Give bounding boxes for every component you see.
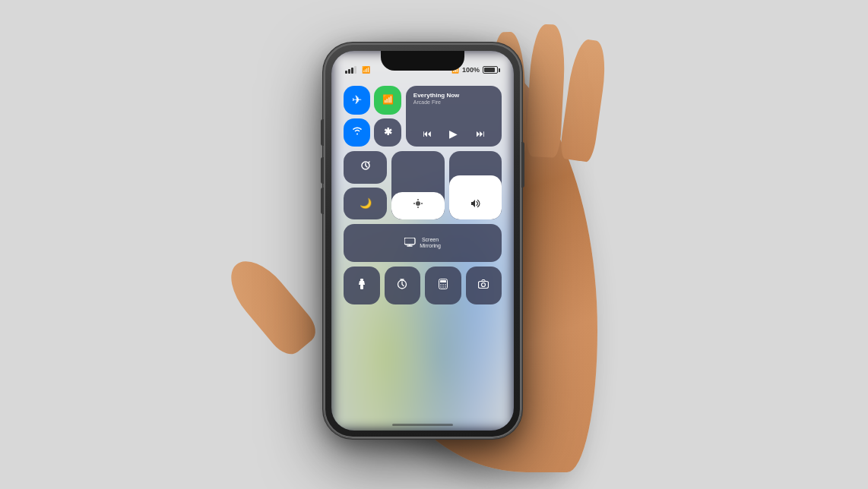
control-center: ✈ 📶 [339,81,506,393]
flashlight-icon [358,279,366,292]
phone-wrapper: 📶 📶 100% [324,43,521,438]
timer-button[interactable] [385,267,421,304]
svg-point-17 [442,284,444,286]
volume-icon [470,198,480,212]
row-screen-mirroring: ScreenMirroring [344,224,502,262]
finger-middle [525,24,566,158]
track-artist: Arcade Fire [413,99,494,105]
calculator-button[interactable] [425,267,461,304]
brightness-slider[interactable] [391,151,444,219]
signal-bar-1 [345,71,347,74]
svg-point-21 [445,286,446,288]
camera-icon [478,279,489,292]
battery-body [483,66,498,74]
status-left: 📶 [345,66,370,74]
svg-rect-22 [479,282,489,289]
svg-point-18 [445,284,446,286]
timer-icon [397,279,407,292]
bluetooth-button[interactable]: ✱ [374,118,401,147]
orientation-lock-icon [360,159,372,175]
do-not-disturb-button[interactable]: 🌙 [344,188,387,220]
brightness-icon [413,198,423,212]
home-indicator [392,424,453,426]
cellular-icon: 📶 [382,94,394,106]
airplane-icon: ✈ [352,93,362,107]
finger-index [559,38,610,163]
svg-point-19 [440,286,442,288]
svg-point-23 [482,283,486,287]
signal-bar-2 [348,69,350,74]
svg-point-20 [442,286,444,288]
battery-tip [499,68,500,72]
row-connectivity-nowplaying: ✈ 📶 [344,86,502,147]
svg-rect-15 [440,280,446,282]
wifi-icon-cc [352,126,363,138]
screen-mirroring-icon [404,236,417,250]
media-controls: ⏮ ▶ ⏭ [413,128,494,140]
row-middle: 🌙 [344,151,502,219]
wifi-button[interactable] [344,118,370,147]
scene: 📶 📶 100% [225,9,643,480]
middle-row-left: 🌙 [344,151,387,219]
notch [381,51,464,71]
svg-marker-10 [359,281,365,285]
airplane-mode-button[interactable]: ✈ [344,86,370,115]
now-playing-info: Everything Now Arcade Fire [413,92,494,105]
svg-point-16 [440,284,442,286]
screen-mirroring-label: ScreenMirroring [420,237,441,250]
now-playing-tile[interactable]: Everything Now Arcade Fire ⏮ ▶ ⏭ [406,86,502,147]
connectivity-group: ✈ 📶 [344,86,401,147]
next-track-button[interactable]: ⏭ [476,128,485,140]
svg-point-1 [416,201,420,206]
wifi-status-icon: 📶 [362,66,370,74]
camera-button[interactable] [466,267,502,304]
signal-bar-4 [354,66,356,74]
svg-rect-9 [360,279,363,281]
battery-percent-label: 100% [462,66,480,74]
svg-rect-6 [404,238,415,244]
play-pause-button[interactable]: ▶ [449,128,458,140]
flashlight-button[interactable] [344,267,380,304]
battery-icon [483,66,500,74]
prev-track-button[interactable]: ⏮ [423,128,432,140]
phone-body: 📶 📶 100% [324,43,521,438]
moon-icon: 🌙 [360,197,372,210]
cellular-button[interactable]: 📶 [374,86,401,115]
signal-bar-3 [351,68,353,74]
calculator-icon [439,279,448,292]
volume-fill [449,175,502,220]
row-bottom-utilities [344,267,502,304]
volume-slider[interactable] [449,151,502,219]
screen-mirroring-button[interactable]: ScreenMirroring [344,224,502,262]
phone-screen: 📶 📶 100% [331,51,514,431]
orientation-lock-button[interactable] [344,151,387,184]
bluetooth-icon-cc: ✱ [384,126,392,138]
finger-thumb [219,250,322,361]
svg-rect-11 [360,285,363,289]
signal-bars [345,66,356,74]
track-title: Everything Now [413,92,494,99]
battery-fill [484,68,495,72]
